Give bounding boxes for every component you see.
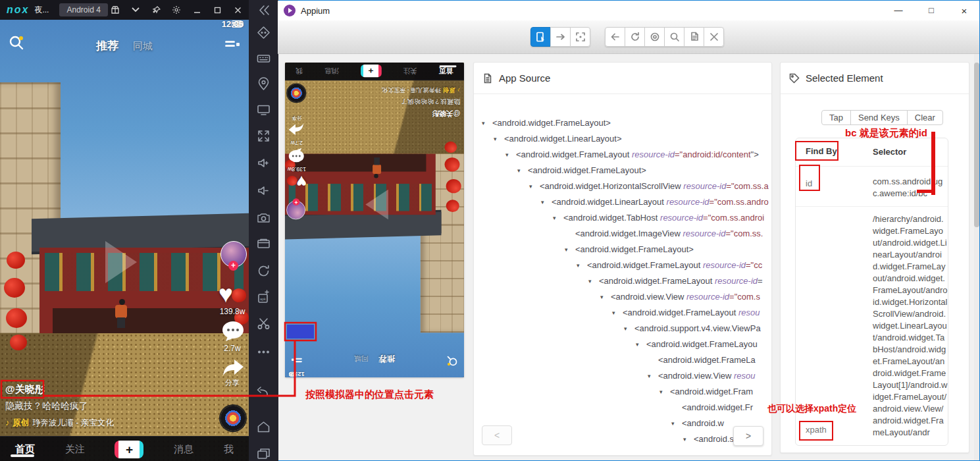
- tab-local[interactable]: 同城: [133, 40, 153, 53]
- tap-coordinates-icon[interactable]: [570, 27, 590, 47]
- source-tree-node[interactable]: ▾<android.view.View resou: [474, 368, 771, 384]
- source-tree-node[interactable]: ▾<android.widget.HorizontalScrollView re…: [474, 178, 771, 194]
- like-icon[interactable]: ♥: [219, 282, 233, 306]
- location-icon[interactable]: [256, 76, 271, 92]
- emulator-screen[interactable]: 12:35 推荐 同城 + ♥ 139.8w 2.7w 分享 @关晓彤 隐藏技？…: [0, 20, 249, 461]
- expand-caret-icon[interactable]: ▾: [577, 258, 587, 273]
- nav-home[interactable]: 首页: [15, 443, 35, 456]
- nav-me[interactable]: 我: [224, 443, 234, 456]
- nav-home[interactable]: 首页: [439, 67, 453, 76]
- nav-create-button[interactable]: +: [115, 441, 143, 458]
- expand-caret-icon[interactable]: ▾: [648, 368, 658, 384]
- send-keys-button[interactable]: Send Keys: [850, 110, 908, 125]
- more-icon[interactable]: [256, 344, 271, 360]
- video-author[interactable]: @关晓彤: [5, 383, 45, 396]
- tab-local[interactable]: 同城: [354, 354, 369, 363]
- screenshot-mirror[interactable]: 12:35 推荐 同城 + ♥ 139.8w 2.7w 分享 @关晓彤 隐藏技？…: [285, 63, 464, 377]
- volume-up-icon[interactable]: [256, 155, 271, 171]
- page-prev-button[interactable]: <: [482, 425, 512, 445]
- share-icon[interactable]: [221, 358, 245, 378]
- nav-create-button[interactable]: +: [361, 65, 382, 77]
- comment-icon[interactable]: [288, 147, 305, 163]
- close-icon[interactable]: [233, 5, 242, 14]
- screenshot-icon[interactable]: [256, 211, 271, 226]
- minimize-icon[interactable]: [192, 5, 201, 14]
- root-icon[interactable]: [256, 25, 271, 40]
- source-tree-node[interactable]: ▾<android.widget.FrameLayout resource-id…: [474, 258, 771, 273]
- source-tree-node[interactable]: ▾<android.widget.FrameLa: [474, 352, 771, 368]
- addon-icon[interactable]: [111, 5, 120, 14]
- maximize-icon[interactable]: □: [927, 5, 936, 16]
- scrollbar-thumb[interactable]: [974, 63, 979, 227]
- expand-caret-icon[interactable]: ▾: [636, 337, 646, 352]
- expand-caret-icon[interactable]: ▾: [529, 178, 540, 194]
- quit-session-icon[interactable]: [704, 27, 724, 47]
- collapse-sidebar-icon[interactable]: [256, 3, 271, 18]
- source-tree-node[interactable]: ▾<android.supp: [474, 431, 771, 447]
- share-icon[interactable]: [288, 122, 305, 136]
- music-row[interactable]: ♪ 原创 琤奔波儿灞 - 亲宝文化: [382, 86, 461, 94]
- source-tree-node[interactable]: ▾<android.widget.FrameLayout resource-id…: [474, 273, 771, 289]
- play-icon[interactable]: [105, 241, 137, 283]
- music-row[interactable]: ♪ 原创 琤奔波儿灞 - 亲宝文化: [5, 418, 114, 429]
- keyboard-icon[interactable]: [256, 51, 271, 66]
- expand-caret-icon[interactable]: ▾: [671, 416, 682, 431]
- select-elements-icon[interactable]: [530, 27, 551, 47]
- source-tree-node[interactable]: ▾<android.widget.LinearLayout resource-i…: [474, 194, 771, 210]
- nav-message[interactable]: 消息: [324, 67, 339, 76]
- like-icon[interactable]: ♥: [296, 173, 307, 190]
- music-disc-icon[interactable]: [288, 84, 305, 102]
- expand-caret-icon[interactable]: ▾: [683, 431, 694, 447]
- page-next-button[interactable]: >: [733, 426, 763, 446]
- live-list-icon[interactable]: [292, 356, 302, 363]
- virtual-screen-icon[interactable]: [256, 102, 271, 117]
- source-tree-node[interactable]: ▾<android.widget.Fram: [474, 384, 771, 400]
- expand-caret-icon[interactable]: ▾: [624, 321, 634, 337]
- toolbar-icon[interactable]: [256, 236, 271, 252]
- source-tree-node[interactable]: ▾<android.widget.Fr: [474, 400, 771, 416]
- expand-caret-icon[interactable]: ▾: [588, 273, 599, 289]
- source-tree-node[interactable]: ▾<android.view.View resource-id="com.s: [474, 289, 771, 305]
- back-icon[interactable]: [605, 27, 625, 47]
- source-tree-node[interactable]: ▾<android.widget.FrameLayou: [474, 337, 771, 352]
- source-tree-node[interactable]: ▾<android.widget.ImageView resource-id="…: [474, 226, 771, 242]
- tap-button[interactable]: Tap: [821, 110, 851, 125]
- source-tree-node[interactable]: ▾<android.widget.FrameLayout resou: [474, 305, 771, 321]
- nav-me[interactable]: 我: [296, 67, 303, 76]
- expand-caret-icon[interactable]: ▾: [612, 305, 623, 321]
- source-tree-node[interactable]: ▾<android.widget.FrameLayout resource-id…: [474, 147, 771, 163]
- copy-source-icon[interactable]: [684, 27, 704, 47]
- nav-message[interactable]: 消息: [174, 443, 193, 456]
- expand-caret-icon[interactable]: ▾: [494, 131, 504, 147]
- expand-caret-icon[interactable]: ▾: [600, 289, 611, 305]
- chevron-down-icon[interactable]: [131, 5, 140, 14]
- tab-recommend[interactable]: 推荐: [96, 38, 118, 53]
- nav-follow[interactable]: 关注: [65, 443, 85, 456]
- xpath-row[interactable]: xpath /hierarchy/android.widget.FrameLay…: [796, 207, 948, 445]
- expand-caret-icon[interactable]: ▾: [565, 242, 575, 258]
- music-disc-icon[interactable]: [220, 406, 245, 431]
- follow-plus-icon[interactable]: +: [293, 198, 300, 205]
- expand-caret-icon[interactable]: ▾: [482, 115, 492, 131]
- source-tree-node[interactable]: ▾<android.widget.FrameLayout>: [474, 163, 771, 178]
- play-icon[interactable]: [365, 190, 388, 220]
- expand-caret-icon[interactable]: ▾: [553, 210, 563, 226]
- expand-caret-icon[interactable]: ▾: [659, 384, 670, 400]
- source-tree-node[interactable]: ▾<android.widget.TabHost resource-id="co…: [474, 210, 771, 226]
- pin-icon[interactable]: [151, 5, 161, 14]
- shake-cut-icon[interactable]: [256, 316, 271, 331]
- expand-caret-icon[interactable]: ▾: [541, 194, 552, 210]
- video-author[interactable]: @关晓彤: [432, 109, 460, 119]
- minimize-icon[interactable]: —: [894, 5, 903, 16]
- swipe-icon[interactable]: [550, 27, 571, 47]
- close-icon[interactable]: ×: [960, 5, 969, 16]
- source-tree-node[interactable]: ▾<android.widget.FrameLayout>: [474, 115, 771, 131]
- id-row[interactable]: id com.ss.android.ugc.aweme:id/bc: [796, 167, 948, 207]
- back-icon[interactable]: [256, 384, 271, 399]
- sync-icon[interactable]: [256, 263, 271, 279]
- expand-caret-icon[interactable]: ▾: [505, 147, 516, 163]
- source-tree[interactable]: ▾<android.widget.FrameLayout>▾<android.w…: [474, 94, 771, 455]
- screenshot-view-icon[interactable]: [644, 27, 665, 47]
- maximize-icon[interactable]: [213, 5, 222, 14]
- refresh-icon[interactable]: [625, 27, 645, 47]
